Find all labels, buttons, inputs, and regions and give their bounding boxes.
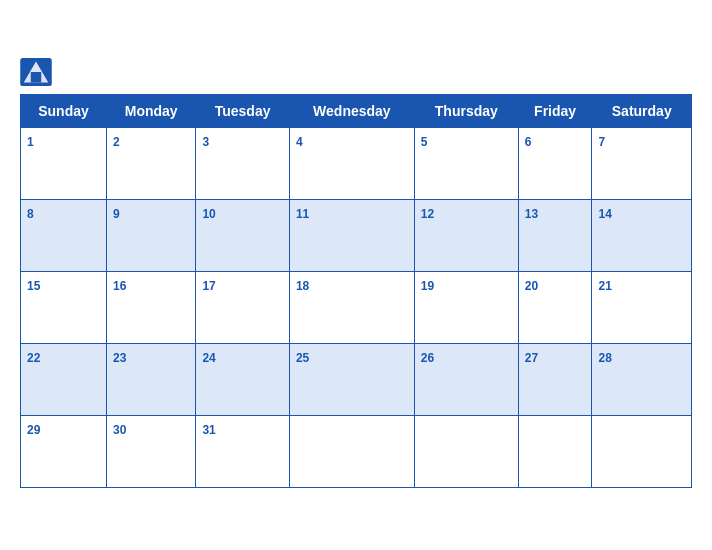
calendar-week-row: 22232425262728 [21, 344, 692, 416]
svg-rect-2 [31, 72, 42, 83]
weekday-header-row: SundayMondayTuesdayWednesdayThursdayFrid… [21, 95, 692, 128]
calendar-cell: 14 [592, 200, 692, 272]
date-number: 21 [598, 279, 611, 293]
date-number: 18 [296, 279, 309, 293]
date-number: 25 [296, 351, 309, 365]
date-number: 13 [525, 207, 538, 221]
date-number: 30 [113, 423, 126, 437]
date-number: 23 [113, 351, 126, 365]
calendar-cell: 6 [518, 128, 592, 200]
date-number: 27 [525, 351, 538, 365]
calendar-cell: 22 [21, 344, 107, 416]
date-number: 16 [113, 279, 126, 293]
calendar-cell: 17 [196, 272, 290, 344]
weekday-header-wednesday: Wednesday [289, 95, 414, 128]
calendar-cell: 29 [21, 416, 107, 488]
date-number: 9 [113, 207, 120, 221]
calendar-cell: 1 [21, 128, 107, 200]
calendar-cell: 19 [414, 272, 518, 344]
calendar-cell: 31 [196, 416, 290, 488]
date-number: 20 [525, 279, 538, 293]
brand-logo [20, 58, 56, 86]
calendar-cell: 7 [592, 128, 692, 200]
calendar-cell [289, 416, 414, 488]
date-number: 19 [421, 279, 434, 293]
calendar-cell: 2 [107, 128, 196, 200]
weekday-header-monday: Monday [107, 95, 196, 128]
date-number: 14 [598, 207, 611, 221]
calendar-cell: 16 [107, 272, 196, 344]
date-number: 24 [202, 351, 215, 365]
weekday-header-friday: Friday [518, 95, 592, 128]
date-number: 31 [202, 423, 215, 437]
date-number: 8 [27, 207, 34, 221]
date-number: 10 [202, 207, 215, 221]
calendar-cell: 24 [196, 344, 290, 416]
calendar-cell: 5 [414, 128, 518, 200]
date-number: 15 [27, 279, 40, 293]
calendar-container: SundayMondayTuesdayWednesdayThursdayFrid… [0, 42, 712, 508]
calendar-cell: 28 [592, 344, 692, 416]
date-number: 22 [27, 351, 40, 365]
weekday-header-tuesday: Tuesday [196, 95, 290, 128]
calendar-cell: 13 [518, 200, 592, 272]
general-blue-icon [20, 58, 52, 86]
date-number: 1 [27, 135, 34, 149]
calendar-cell: 11 [289, 200, 414, 272]
date-number: 12 [421, 207, 434, 221]
calendar-cell: 10 [196, 200, 290, 272]
calendar-cell [518, 416, 592, 488]
calendar-cell: 4 [289, 128, 414, 200]
calendar-week-row: 891011121314 [21, 200, 692, 272]
date-number: 11 [296, 207, 309, 221]
date-number: 26 [421, 351, 434, 365]
calendar-header [20, 58, 692, 86]
calendar-cell: 21 [592, 272, 692, 344]
date-number: 3 [202, 135, 209, 149]
calendar-cell: 15 [21, 272, 107, 344]
calendar-cell: 23 [107, 344, 196, 416]
calendar-cell: 20 [518, 272, 592, 344]
calendar-cell: 8 [21, 200, 107, 272]
date-number: 2 [113, 135, 120, 149]
weekday-header-thursday: Thursday [414, 95, 518, 128]
calendar-cell: 18 [289, 272, 414, 344]
weekday-header-sunday: Sunday [21, 95, 107, 128]
date-number: 4 [296, 135, 303, 149]
calendar-table: SundayMondayTuesdayWednesdayThursdayFrid… [20, 94, 692, 488]
date-number: 17 [202, 279, 215, 293]
calendar-week-row: 1234567 [21, 128, 692, 200]
calendar-cell [592, 416, 692, 488]
calendar-cell: 27 [518, 344, 592, 416]
calendar-week-row: 293031 [21, 416, 692, 488]
date-number: 5 [421, 135, 428, 149]
calendar-thead: SundayMondayTuesdayWednesdayThursdayFrid… [21, 95, 692, 128]
calendar-cell: 9 [107, 200, 196, 272]
date-number: 29 [27, 423, 40, 437]
weekday-header-saturday: Saturday [592, 95, 692, 128]
calendar-week-row: 15161718192021 [21, 272, 692, 344]
calendar-cell: 25 [289, 344, 414, 416]
calendar-cell [414, 416, 518, 488]
calendar-tbody: 1234567891011121314151617181920212223242… [21, 128, 692, 488]
date-number: 7 [598, 135, 605, 149]
date-number: 6 [525, 135, 532, 149]
calendar-cell: 26 [414, 344, 518, 416]
calendar-cell: 30 [107, 416, 196, 488]
calendar-cell: 12 [414, 200, 518, 272]
calendar-cell: 3 [196, 128, 290, 200]
date-number: 28 [598, 351, 611, 365]
